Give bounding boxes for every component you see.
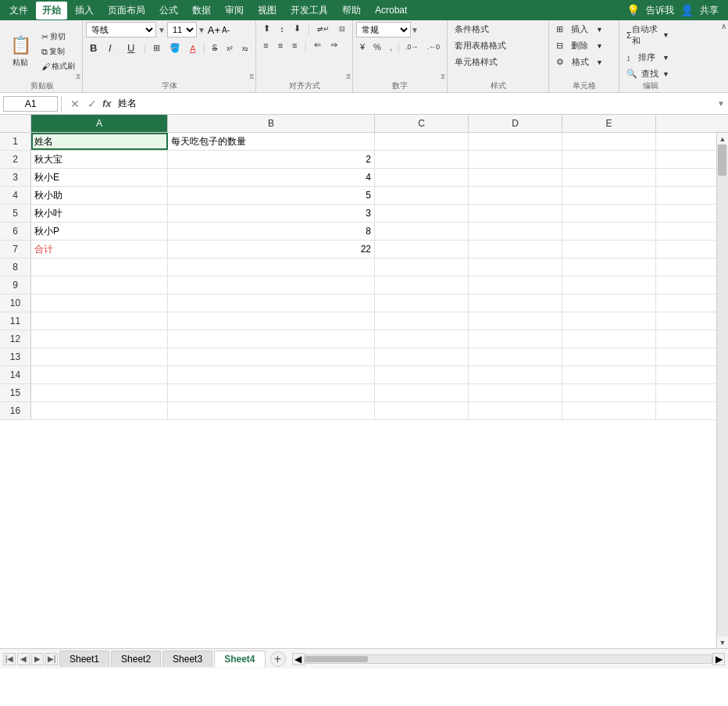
conditional-format-button[interactable]: 条件格式: [451, 22, 545, 37]
cell-style-button[interactable]: 单元格样式: [451, 55, 545, 70]
cell-5-C[interactable]: [375, 205, 469, 222]
row-header-7[interactable]: 7: [0, 241, 31, 258]
font-color-button[interactable]: A: [186, 42, 199, 55]
cut-button[interactable]: ✂ 剪切: [37, 30, 79, 44]
cell-4-D[interactable]: [469, 187, 562, 204]
cell-16-B[interactable]: [168, 402, 375, 419]
tab-nav-next[interactable]: ▶: [31, 653, 44, 665]
menu-developer[interactable]: 开发工具: [284, 2, 334, 20]
row-header-9[interactable]: 9: [0, 276, 31, 294]
cell-6-E[interactable]: [562, 223, 656, 240]
align-right-button[interactable]: ≡: [288, 39, 301, 52]
scroll-down-button[interactable]: ▼: [717, 636, 729, 648]
cell-15-E[interactable]: [562, 384, 656, 401]
cell-16-E[interactable]: [562, 402, 656, 419]
fill-color-button[interactable]: 🪣: [166, 41, 184, 55]
h-scroll-left-button[interactable]: ◀: [292, 653, 305, 665]
add-sheet-button[interactable]: +: [270, 651, 286, 667]
cell-7-E[interactable]: [562, 241, 656, 258]
menu-help[interactable]: 帮助: [336, 2, 367, 20]
share-btn[interactable]: 共享: [700, 4, 719, 17]
tell-me[interactable]: 告诉我: [646, 4, 674, 17]
cell-14-E[interactable]: [562, 366, 656, 383]
cell-13-D[interactable]: [469, 348, 562, 365]
formula-input[interactable]: [115, 98, 718, 109]
cell-13-A[interactable]: [31, 348, 168, 365]
menu-insert[interactable]: 插入: [69, 2, 100, 20]
tab-nav-last[interactable]: ▶|: [45, 653, 58, 665]
border-button[interactable]: ⊞: [149, 41, 164, 55]
cell-15-B[interactable]: [168, 384, 375, 401]
scroll-thumb[interactable]: [718, 144, 726, 176]
cell-3-A[interactable]: 秋小E: [31, 169, 168, 186]
corner-cell[interactable]: [0, 115, 31, 132]
bold-button[interactable]: B: [86, 41, 103, 55]
cell-6-C[interactable]: [375, 223, 469, 240]
scroll-up-button[interactable]: ▲: [717, 133, 729, 144]
cell-1-D[interactable]: [469, 133, 562, 150]
cell-13-C[interactable]: [375, 348, 469, 365]
cell-8-C[interactable]: [375, 259, 469, 276]
col-header-b[interactable]: B: [168, 115, 375, 132]
number-expand-icon[interactable]: ⧖: [441, 73, 445, 81]
cell-2-D[interactable]: [469, 151, 562, 168]
row-header-5[interactable]: 5: [0, 205, 31, 222]
percent-button[interactable]: %: [369, 41, 385, 53]
cell-10-E[interactable]: [562, 294, 656, 312]
cell-16-A[interactable]: [31, 402, 168, 419]
cell-5-D[interactable]: [469, 205, 562, 222]
italic-button[interactable]: I: [105, 41, 122, 55]
cell-1-B[interactable]: 每天吃包子的数量: [168, 133, 375, 150]
cell-1-A[interactable]: 姓名: [31, 133, 168, 150]
font-name-select[interactable]: 等线 宋体 Arial: [86, 22, 156, 37]
sheet-tab-sheet2[interactable]: Sheet2: [111, 651, 161, 667]
cell-4-A[interactable]: 秋小助: [31, 187, 168, 204]
cell-1-C[interactable]: [375, 133, 469, 150]
merge-button[interactable]: ⊟: [335, 23, 349, 34]
formula-cancel-icon[interactable]: ✕: [68, 97, 82, 111]
cell-4-B[interactable]: 5: [168, 187, 375, 204]
strikethrough-btn[interactable]: S: [209, 42, 222, 54]
cell-3-E[interactable]: [562, 169, 656, 186]
paste-button[interactable]: 📋 粘贴: [5, 31, 36, 72]
cell-14-D[interactable]: [469, 366, 562, 383]
cell-5-B[interactable]: 3: [168, 205, 375, 222]
cell-7-C[interactable]: [375, 241, 469, 258]
wrap-text-button[interactable]: ⇌↵: [313, 23, 334, 34]
cell-16-C[interactable]: [375, 402, 469, 419]
row-header-16[interactable]: 16: [0, 402, 31, 419]
cell-6-A[interactable]: 秋小P: [31, 223, 168, 240]
cell-4-C[interactable]: [375, 187, 469, 204]
row-header-8[interactable]: 8: [0, 259, 31, 276]
cell-11-B[interactable]: [168, 312, 375, 330]
cell-3-B[interactable]: 4: [168, 169, 375, 186]
cell-11-A[interactable]: [31, 312, 168, 330]
align-bottom-button[interactable]: ⬇: [290, 22, 305, 35]
find-button[interactable]: 🔍 查找 ▼: [623, 66, 673, 81]
menu-view[interactable]: 视图: [252, 2, 283, 20]
cell-5-E[interactable]: [562, 205, 656, 222]
cell-4-E[interactable]: [562, 187, 656, 204]
cell-12-B[interactable]: [168, 330, 375, 348]
underline-button[interactable]: U: [123, 41, 141, 55]
formula-expand-button[interactable]: ▼: [717, 99, 725, 108]
cell-7-B[interactable]: 22: [168, 241, 375, 258]
cell-5-A[interactable]: 秋小叶: [31, 205, 168, 222]
comma-button[interactable]: ,: [386, 41, 396, 53]
cell-2-B[interactable]: 2: [168, 151, 375, 168]
decrease-font-icon[interactable]: A-: [222, 26, 230, 34]
indent-increase-button[interactable]: ⇒: [327, 38, 341, 52]
number-format-select[interactable]: 常规 数字 货币: [356, 22, 411, 37]
cell-2-A[interactable]: 秋大宝: [31, 151, 168, 168]
cell-2-C[interactable]: [375, 151, 469, 168]
cell-2-E[interactable]: [562, 151, 656, 168]
cell-reference-input[interactable]: [3, 96, 58, 112]
cell-8-A[interactable]: [31, 259, 168, 276]
row-header-4[interactable]: 4: [0, 187, 31, 204]
currency-button[interactable]: ¥: [356, 41, 369, 53]
row-header-6[interactable]: 6: [0, 223, 31, 240]
cell-13-B[interactable]: [168, 348, 375, 365]
increase-font-icon[interactable]: A+: [208, 24, 220, 36]
cell-9-B[interactable]: [168, 276, 375, 294]
row-header-1[interactable]: 1: [0, 133, 31, 150]
